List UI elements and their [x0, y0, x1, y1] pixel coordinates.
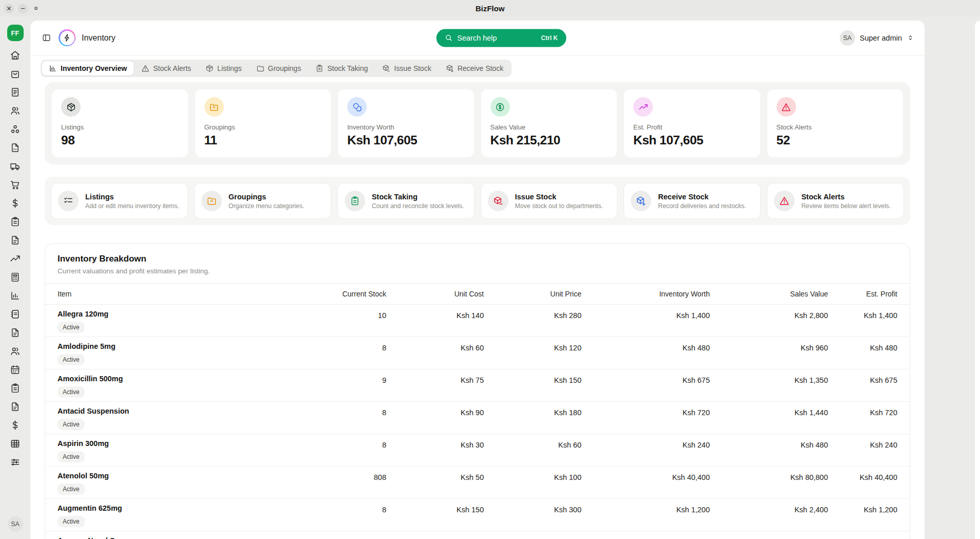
sidebar-item-users[interactable]: [10, 346, 21, 357]
sidebar-item-file[interactable]: [10, 401, 21, 412]
table-row-antacid-suspension[interactable]: Antacid Suspension Active 8 Ksh 90 Ksh 1…: [45, 402, 910, 434]
sidebar-item-chart[interactable]: [10, 290, 21, 301]
sidebar-item-truck[interactable]: [10, 161, 21, 172]
adjacent-surface-edge: [975, 21, 980, 539]
action-description: Organize menu categories.: [229, 202, 305, 210]
sidebar-item-dollar[interactable]: [10, 198, 21, 209]
column-header-current-stock[interactable]: Current Stock: [258, 290, 386, 298]
stat-card-listings: Listings 98: [52, 89, 188, 157]
tab-label: Listings: [217, 64, 241, 72]
pkg-in-icon: [636, 196, 646, 206]
sidebar-item-home[interactable]: [10, 50, 21, 61]
action-text: Issue Stock Move stock out to department…: [515, 193, 604, 210]
sidebar-item-calendar[interactable]: [10, 364, 21, 375]
table-row-atenolol-50mg[interactable]: Atenolol 50mg Active 808 Ksh 50 Ksh 100 …: [45, 467, 910, 499]
panel-header: Inventory Search help Ctrl K SA Super ad…: [30, 21, 925, 55]
action-card-stock-taking[interactable]: Stock Taking Count and reconcile stock l…: [337, 183, 475, 219]
sidebar-item-group[interactable]: [10, 124, 21, 135]
inventory-worth-cell: Ksh 40,400: [581, 467, 710, 481]
item-cell: Avamys Nasal Spray Active: [58, 531, 258, 539]
user-name: Super admin: [860, 34, 902, 42]
tab-inventory-overview[interactable]: Inventory Overview: [42, 61, 134, 76]
est-profit-cell: Ksh 1,575: [828, 531, 897, 539]
sidebar-item-trend[interactable]: [10, 253, 21, 264]
current-stock-cell: 7: [258, 531, 386, 539]
user-menu[interactable]: SA Super admin: [840, 30, 914, 46]
column-header-unit-price[interactable]: Unit Price: [484, 290, 581, 298]
unit-price-cell: Ksh 280: [484, 305, 581, 320]
table-row-aspirin-300mg[interactable]: Aspirin 300mg Active 8 Ksh 30 Ksh 60 Ksh…: [45, 434, 910, 467]
column-header-inventory-worth[interactable]: Inventory Worth: [581, 290, 710, 298]
action-text: Listings Add or edit menu inventory item…: [85, 193, 179, 210]
action-card-listings[interactable]: Listings Add or edit menu inventory item…: [51, 183, 188, 219]
column-header-est-profit[interactable]: Est. Profit: [828, 290, 897, 298]
sidebar-item-table[interactable]: [10, 438, 21, 449]
stat-icon-circle: [633, 97, 653, 117]
file-icon: [10, 327, 21, 338]
column-header-unit-cost[interactable]: Unit Cost: [386, 290, 484, 298]
tab-groupings[interactable]: Groupings: [250, 61, 308, 76]
stat-icon-circle: [347, 97, 367, 117]
sidebar-item-clip-list[interactable]: [10, 383, 21, 394]
sidebar-item-clip-list[interactable]: [10, 216, 21, 227]
sidebar-item-file-dots[interactable]: [10, 142, 21, 153]
table-row-allegra-120mg[interactable]: Allegra 120mg Active 10 Ksh 140 Ksh 280 …: [45, 305, 910, 337]
window-titlebar: BizFlow: [0, 0, 980, 16]
unit-price-cell: Ksh 150: [484, 369, 581, 384]
action-card-issue-stock[interactable]: Issue Stock Move stock out to department…: [481, 183, 618, 219]
inventory-worth-cell: Ksh 1,575: [581, 531, 710, 539]
action-text: Stock Alerts Review items below alert le…: [801, 193, 891, 210]
action-text: Receive Stock Record deliveries and rest…: [658, 193, 746, 210]
table-row-augmentin-625mg[interactable]: Augmentin 625mg Active 8 Ksh 150 Ksh 300…: [45, 499, 910, 531]
sidebar-user-avatar[interactable]: SA: [8, 516, 23, 532]
app-logo[interactable]: [59, 29, 76, 46]
action-card-stock-alerts[interactable]: Stock Alerts Review items below alert le…: [767, 183, 904, 219]
action-card-receive-stock[interactable]: Receive Stock Record deliveries and rest…: [624, 183, 761, 219]
clip-list-icon: [315, 64, 324, 72]
tab-issue-stock[interactable]: Issue Stock: [375, 61, 438, 76]
column-header-item[interactable]: Item: [58, 290, 258, 298]
column-header-sales-value[interactable]: Sales Value: [710, 290, 828, 298]
sidebar-toggle-button[interactable]: [41, 32, 52, 44]
cart-icon: [10, 179, 21, 190]
group-icon: [10, 124, 21, 135]
folder-icon: [256, 64, 265, 72]
action-icon-circle: [58, 191, 79, 211]
sidebar-item-calc[interactable]: [10, 272, 21, 283]
item-name: Allegra 120mg: [58, 305, 258, 318]
dollar-o-icon: [495, 102, 505, 112]
table-row-amlodipine-5mg[interactable]: Amlodipine 5mg Active 8 Ksh 60 Ksh 120 K…: [45, 337, 910, 369]
tab-listings[interactable]: Listings: [199, 61, 248, 76]
action-icon-circle: [488, 191, 508, 211]
sidebar-item-sliders[interactable]: [10, 457, 21, 468]
sidebar-item-file[interactable]: [10, 327, 21, 338]
sidebar-item-cart[interactable]: [10, 179, 21, 190]
sidebar-item-file[interactable]: [10, 235, 21, 246]
sidebar-item-bag[interactable]: [10, 68, 21, 79]
search-help-button[interactable]: Search help Ctrl K: [436, 29, 566, 47]
sidebar-item-users[interactable]: [10, 105, 21, 116]
current-stock-cell: 8: [258, 337, 386, 352]
tab-label: Receive Stock: [458, 64, 503, 72]
action-text: Groupings Organize menu categories.: [229, 193, 305, 210]
dollar-icon: [10, 198, 21, 209]
sidebar-item-dollar[interactable]: [10, 420, 21, 431]
tab-stock-alerts[interactable]: Stock Alerts: [135, 61, 198, 76]
unit-cost-cell: Ksh 30: [386, 434, 484, 449]
tab-stock-taking[interactable]: Stock Taking: [309, 61, 374, 76]
alert-icon: [781, 102, 791, 112]
workspace-avatar[interactable]: FF: [7, 25, 24, 41]
tab-receive-stock[interactable]: Receive Stock: [439, 61, 510, 76]
sidebar-item-receipt[interactable]: [10, 87, 21, 98]
action-title: Receive Stock: [658, 193, 746, 201]
bag-icon: [10, 68, 21, 79]
users-icon: [10, 346, 21, 357]
table-row-amoxicillin-500mg[interactable]: Amoxicillin 500mg Active 9 Ksh 75 Ksh 15…: [45, 369, 910, 402]
alert-icon: [779, 196, 789, 206]
stat-label: Inventory Worth: [347, 123, 465, 131]
table-row-avamys-nasal-spray[interactable]: Avamys Nasal Spray Active 7 Ksh 225 Ksh …: [45, 531, 910, 539]
inventory-worth-cell: Ksh 720: [581, 402, 710, 417]
sidebar-item-note[interactable]: [10, 309, 21, 320]
unit-cost-cell: Ksh 225: [386, 531, 484, 539]
action-card-groupings[interactable]: Groupings Organize menu categories.: [194, 183, 331, 219]
